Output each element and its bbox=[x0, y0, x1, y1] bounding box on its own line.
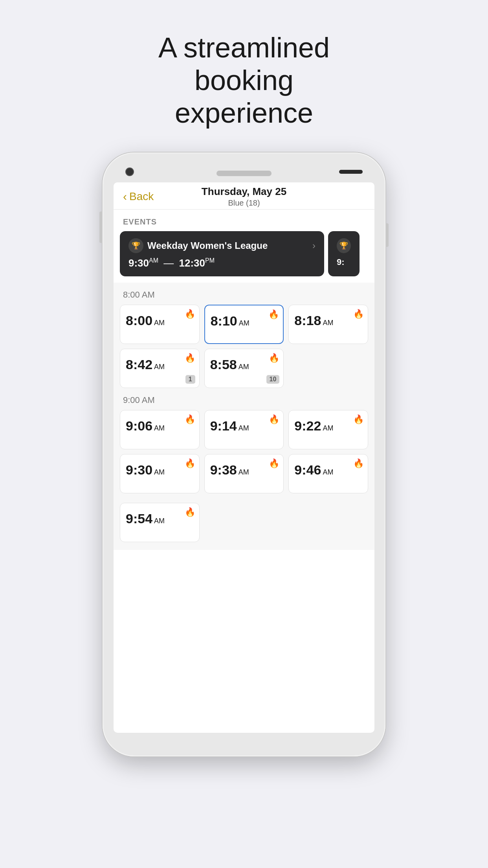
slots-grid-9am: 🔥 9:06AM 🔥 9:14AM bbox=[114, 410, 374, 493]
event-card-header: 🏆 Weekday Women's League › bbox=[128, 238, 316, 253]
flame-icon-946: 🔥 bbox=[353, 458, 364, 469]
slot-time-946: 9:46AM bbox=[294, 462, 333, 478]
partial-event-time: 9: bbox=[337, 257, 351, 267]
phone-screen: ‹ Back Thursday, May 25 Blue (18) EVENTS… bbox=[114, 182, 374, 733]
time-group-9am: 9:00 AM 🔥 9:06AM 🔥 bbox=[114, 388, 374, 542]
trophy-icon-partial: 🏆 bbox=[337, 238, 351, 253]
event-title-row: 🏆 Weekday Women's League bbox=[128, 238, 268, 253]
slot-time-800: 8:00AM bbox=[126, 313, 165, 328]
event-card-main[interactable]: 🏆 Weekday Women's League › 9:30AM — 1 bbox=[120, 231, 324, 276]
flame-icon-818: 🔥 bbox=[353, 309, 364, 319]
time-slots-section: 8:00 AM 🔥 8:00AM 🔥 bbox=[114, 283, 374, 550]
time-group-label-9am: 9:00 AM bbox=[114, 388, 374, 410]
trophy-icon: 🏆 bbox=[128, 238, 143, 253]
page-title: A streamlined booking experience bbox=[106, 31, 382, 129]
events-row: 🏆 Weekday Women's League › 9:30AM — 1 bbox=[114, 231, 374, 283]
slot-time-906: 9:06AM bbox=[126, 418, 165, 434]
slot-time-818: 8:18AM bbox=[294, 313, 333, 328]
time-group-8am: 8:00 AM 🔥 8:00AM 🔥 bbox=[114, 283, 374, 388]
event-start-time: 9:30AM bbox=[128, 257, 161, 269]
slot-842[interactable]: 🔥 8:42AM 1 bbox=[120, 349, 200, 388]
slot-time-938: 9:38AM bbox=[210, 462, 249, 478]
events-label: EVENTS bbox=[114, 210, 374, 231]
slot-858[interactable]: 🔥 8:58AM 10 bbox=[204, 349, 284, 388]
slot-906[interactable]: 🔥 9:06AM bbox=[120, 410, 200, 449]
sensor-area bbox=[339, 170, 363, 174]
slot-badge-842: 1 bbox=[185, 375, 195, 384]
chevron-right-icon: › bbox=[312, 240, 316, 251]
slot-time-914: 9:14AM bbox=[210, 418, 249, 434]
header-subtitle: Blue (18) bbox=[202, 199, 286, 208]
slot-time-858: 8:58AM bbox=[210, 357, 249, 372]
slots-grid-8am: 🔥 8:00AM 🔥 8:10AM bbox=[114, 305, 374, 388]
phone-bezel bbox=[114, 164, 374, 182]
events-section: EVENTS 🏆 Weekday Women's League › bbox=[114, 210, 374, 283]
slot-930[interactable]: 🔥 9:30AM bbox=[120, 454, 200, 493]
slot-time-922: 9:22AM bbox=[294, 418, 333, 434]
event-time: 9:30AM — 12:30PM bbox=[128, 257, 316, 269]
phone-frame: ‹ Back Thursday, May 25 Blue (18) EVENTS… bbox=[103, 153, 385, 756]
header-date: Thursday, May 25 bbox=[202, 186, 286, 198]
app-content: EVENTS 🏆 Weekday Women's League › bbox=[114, 210, 374, 550]
slot-818[interactable]: 🔥 8:18AM bbox=[288, 305, 368, 344]
slots-grid-9am-row2: 🔥 9:54AM bbox=[114, 498, 374, 542]
time-dash: — bbox=[163, 257, 174, 269]
slot-954[interactable]: 🔥 9:54AM bbox=[120, 503, 200, 542]
flame-icon-930: 🔥 bbox=[185, 458, 195, 469]
app-header: ‹ Back Thursday, May 25 Blue (18) bbox=[114, 182, 374, 210]
flame-icon-914: 🔥 bbox=[269, 414, 279, 425]
slot-922[interactable]: 🔥 9:22AM bbox=[288, 410, 368, 449]
slot-800[interactable]: 🔥 8:00AM bbox=[120, 305, 200, 344]
slot-time-930: 9:30AM bbox=[126, 462, 165, 478]
flame-icon-800: 🔥 bbox=[185, 309, 195, 319]
flame-icon-938: 🔥 bbox=[269, 458, 279, 469]
event-end-time: 12:30PM bbox=[179, 257, 215, 269]
slot-badge-858: 10 bbox=[266, 375, 280, 384]
flame-icon-954: 🔥 bbox=[185, 507, 195, 517]
back-label: Back bbox=[129, 190, 154, 203]
time-group-label-8am: 8:00 AM bbox=[114, 283, 374, 305]
slot-914[interactable]: 🔥 9:14AM bbox=[204, 410, 284, 449]
event-title: Weekday Women's League bbox=[147, 240, 268, 251]
slot-810[interactable]: 🔥 8:10AM bbox=[204, 305, 284, 344]
slot-946[interactable]: 🔥 9:46AM bbox=[288, 454, 368, 493]
flame-icon-922: 🔥 bbox=[353, 414, 364, 425]
back-button[interactable]: ‹ Back bbox=[123, 190, 154, 203]
slot-938[interactable]: 🔥 9:38AM bbox=[204, 454, 284, 493]
slot-time-842: 8:42AM bbox=[126, 357, 165, 372]
flame-icon-858: 🔥 bbox=[269, 353, 279, 363]
header-center: Thursday, May 25 Blue (18) bbox=[202, 186, 286, 208]
event-card-partial[interactable]: 🏆 9: bbox=[328, 231, 360, 276]
camera-icon bbox=[125, 167, 134, 176]
flame-icon-810: 🔥 bbox=[268, 309, 279, 320]
speaker-slot bbox=[216, 171, 272, 176]
flame-icon-906: 🔥 bbox=[185, 414, 195, 425]
flame-icon-842: 🔥 bbox=[185, 353, 195, 363]
slot-time-954: 9:54AM bbox=[126, 511, 165, 526]
slot-time-810: 8:10AM bbox=[211, 313, 250, 329]
chevron-left-icon: ‹ bbox=[123, 191, 127, 202]
